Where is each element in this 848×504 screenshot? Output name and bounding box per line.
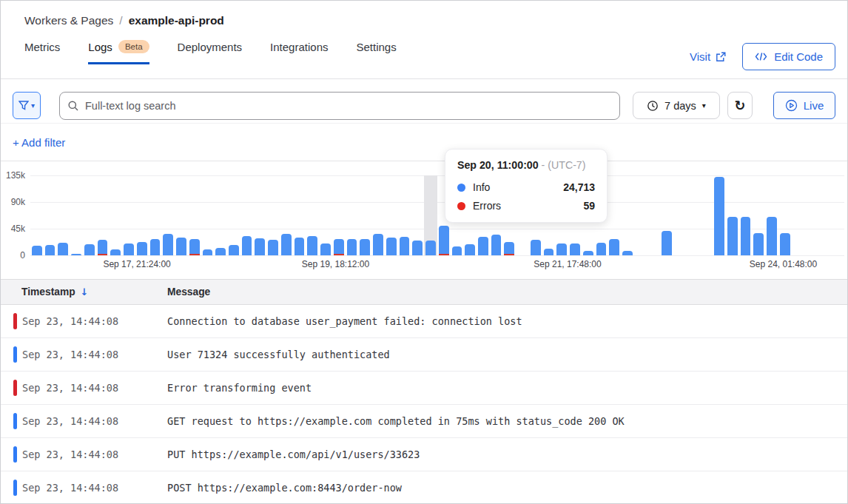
- chart-bar-slot[interactable]: [44, 175, 57, 255]
- chart-bar-slot[interactable]: [175, 175, 188, 255]
- chart-bar-slot[interactable]: [608, 175, 621, 255]
- chart-bar-slot[interactable]: [752, 175, 765, 255]
- chart-bar-slot[interactable]: [161, 175, 175, 255]
- workers-logs-page: Workers & Pages / example-api-prod Metri…: [0, 0, 848, 504]
- log-row[interactable]: Sep 23, 14:44:08User 71324 successfully …: [1, 338, 847, 372]
- tooltip-series-value: 59: [583, 200, 595, 212]
- tooltip-series-row: Info24,713: [457, 181, 595, 193]
- logs-table-header: Timestamp ↓ Message: [1, 279, 847, 305]
- info-bar-segment: [767, 217, 777, 255]
- code-icon: [755, 52, 767, 61]
- chart-bar-slot[interactable]: [109, 175, 122, 255]
- tab-label: Logs: [88, 41, 112, 53]
- info-bar-segment: [714, 177, 724, 255]
- chart-bar-slot[interactable]: [96, 175, 110, 255]
- chart-bar-slot[interactable]: [385, 175, 398, 255]
- x-axis-tick-label: Sep 19, 18:12:00: [302, 259, 369, 269]
- chart-bar-slot[interactable]: [332, 175, 346, 255]
- chart-bar-slot[interactable]: [306, 175, 319, 255]
- info-bar-segment: [360, 239, 370, 255]
- live-button[interactable]: Live: [773, 92, 835, 119]
- info-bar-segment: [84, 244, 95, 255]
- chart-bar-slot[interactable]: [201, 175, 215, 255]
- chart-bar-slot[interactable]: [188, 175, 201, 255]
- y-axis-tick-label: 135k: [6, 170, 25, 181]
- info-bar-segment: [124, 243, 134, 255]
- tab-label: Deployments: [178, 41, 243, 53]
- chart-bar-hovered[interactable]: [424, 175, 437, 255]
- errors-bar-segment: [504, 254, 514, 255]
- tab-deployments[interactable]: Deployments: [178, 40, 243, 64]
- refresh-button[interactable]: ↻: [727, 92, 753, 119]
- chart-bar-slot[interactable]: [122, 175, 135, 255]
- chart-bar-slot[interactable]: [765, 175, 778, 255]
- errors-dot-icon: [457, 202, 465, 210]
- tab-metrics[interactable]: Metrics: [24, 40, 60, 64]
- log-row[interactable]: Sep 23, 14:44:08POST https://example.com…: [1, 471, 847, 504]
- time-range-dropdown[interactable]: 7 days ▾: [633, 92, 720, 119]
- add-filter-button[interactable]: + Add filter: [13, 136, 65, 149]
- chart-bar-slot[interactable]: [621, 175, 634, 255]
- info-bar-segment: [189, 239, 200, 255]
- tab-settings[interactable]: Settings: [356, 40, 396, 64]
- info-bar-segment: [71, 254, 81, 255]
- chart-bar-slot[interactable]: [214, 175, 227, 255]
- chart-bar-slot[interactable]: [30, 175, 44, 255]
- log-timestamp: Sep 23, 14:44:08: [22, 349, 167, 360]
- log-message: GET request to https://example.com compl…: [167, 415, 625, 427]
- visit-link[interactable]: Visit: [690, 50, 726, 63]
- y-axis-tick-label: 90k: [11, 197, 25, 207]
- chart-bar-slot[interactable]: [319, 175, 332, 255]
- chart-bar-slot[interactable]: [660, 175, 673, 255]
- chart-bar-slot[interactable]: [266, 175, 280, 255]
- chart-bar-slot[interactable]: [83, 175, 96, 255]
- chart-bar-slot[interactable]: [358, 175, 371, 255]
- filter-dropdown-button[interactable]: ▾: [13, 92, 41, 119]
- tab-integrations[interactable]: Integrations: [270, 40, 328, 64]
- errors-bar-segment: [334, 254, 344, 255]
- tooltip-series-label: Info: [473, 181, 490, 193]
- breadcrumb-section[interactable]: Workers & Pages: [24, 14, 113, 27]
- chart-bar-slot[interactable]: [713, 175, 726, 255]
- search-input[interactable]: [59, 92, 620, 120]
- chart-bar-slot[interactable]: [346, 175, 359, 255]
- log-timestamp: Sep 23, 14:44:08: [22, 448, 167, 460]
- tab-logs[interactable]: LogsBeta: [88, 40, 149, 64]
- clock-icon: [647, 100, 659, 112]
- sort-descending-icon: ↓: [81, 287, 89, 297]
- chart-bar-slot[interactable]: [56, 175, 70, 255]
- chart-bar-slot[interactable]: [778, 175, 792, 255]
- chart-bar-slot[interactable]: [135, 175, 149, 255]
- log-message: POST https://example.com:8443/order-now: [167, 482, 402, 494]
- external-link-icon: [716, 52, 726, 62]
- chart-bar-slot[interactable]: [293, 175, 306, 255]
- chart-bar-slot[interactable]: [149, 175, 162, 255]
- chart-bar-slot[interactable]: [240, 175, 254, 255]
- log-row[interactable]: Sep 23, 14:44:08Connection to database u…: [1, 305, 847, 338]
- chart-bar-slot[interactable]: [371, 175, 385, 255]
- chart-bar-slot: [804, 175, 818, 255]
- chart-bar-slot[interactable]: [227, 175, 240, 255]
- info-bar-segment: [268, 240, 278, 255]
- chart-bar-slot[interactable]: [253, 175, 266, 255]
- log-row[interactable]: Sep 23, 14:44:08PUT https://example.com/…: [1, 438, 847, 471]
- info-bar-segment: [98, 240, 108, 255]
- edit-code-button[interactable]: Edit Code: [742, 43, 835, 70]
- chart-bar-slot[interactable]: [411, 175, 424, 255]
- column-header-timestamp[interactable]: Timestamp ↓: [21, 286, 167, 298]
- tab-label: Metrics: [24, 41, 60, 53]
- log-row[interactable]: Sep 23, 14:44:08Error transforming event: [1, 372, 847, 405]
- log-message: User 71324 successfully authenticated: [167, 349, 390, 360]
- chevron-down-icon: ▾: [31, 102, 35, 110]
- info-bar-segment: [320, 243, 331, 255]
- edit-code-label: Edit Code: [774, 50, 823, 63]
- funnel-icon: [18, 101, 29, 110]
- chart-bar-slot[interactable]: [739, 175, 753, 255]
- chart-bar-slot[interactable]: [726, 175, 739, 255]
- time-range-value: 7 days: [664, 100, 696, 112]
- chart-bar-slot[interactable]: [398, 175, 411, 255]
- log-row[interactable]: Sep 23, 14:44:08GET request to https://e…: [1, 405, 847, 438]
- filter-toolbar: ▾ 7 days ▾ ↻ Live: [1, 79, 847, 124]
- chart-bar-slot[interactable]: [70, 175, 83, 255]
- chart-bar-slot[interactable]: [280, 175, 293, 255]
